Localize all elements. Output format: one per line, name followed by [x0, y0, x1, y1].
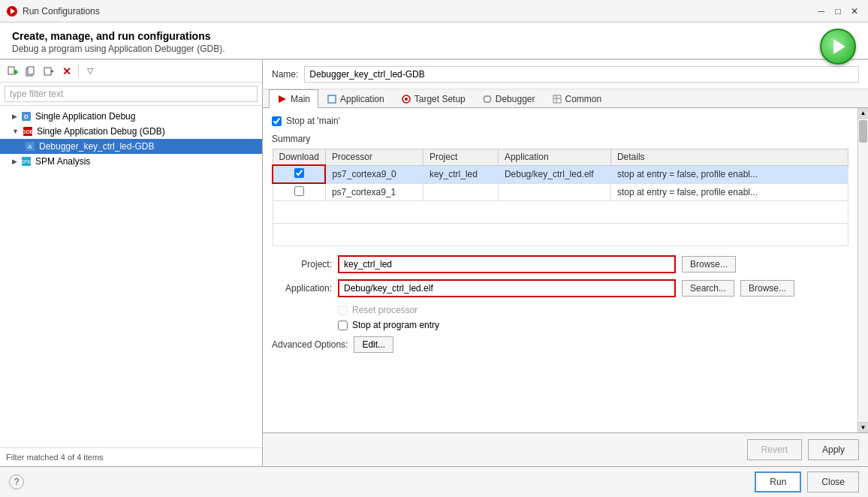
- tab-application[interactable]: Application: [318, 89, 393, 108]
- filter-status: Filter matched 4 of 4 items: [6, 453, 104, 462]
- name-label: Name:: [272, 69, 298, 80]
- table-row-empty2: [273, 224, 848, 246]
- filter-button[interactable]: ▽: [82, 63, 98, 80]
- apply-button[interactable]: Apply: [808, 439, 859, 460]
- filter-input[interactable]: [5, 86, 258, 102]
- debugger-key-label: Debugger_key_ctrl_led-GDB: [39, 141, 154, 152]
- name-input[interactable]: [304, 66, 859, 83]
- tabs-bar: Main Application Target Setup: [263, 89, 868, 108]
- svg-marker-21: [484, 96, 491, 102]
- scroll-down[interactable]: ▼: [858, 422, 868, 432]
- svg-rect-18: [328, 95, 336, 103]
- move-config-button[interactable]: [41, 63, 57, 80]
- single-app-gdb-icon: GDB: [22, 125, 34, 137]
- tab-debugger[interactable]: Debugger: [474, 89, 544, 108]
- tree-expand-icon3: ▶: [12, 158, 17, 165]
- table-row[interactable]: ps7_cortexa9_1 stop at entry = false, pr…: [273, 183, 848, 201]
- left-footer: Filter matched 4 of 4 items: [0, 447, 262, 466]
- close-dialog-button[interactable]: Close: [807, 471, 859, 492]
- window-title: Run Configurations: [23, 6, 814, 17]
- help-button[interactable]: ?: [9, 474, 24, 489]
- svg-rect-22: [553, 95, 561, 103]
- tab-common[interactable]: Common: [544, 89, 610, 108]
- spm-label: SPM Analysis: [35, 156, 90, 167]
- copy-config-button[interactable]: [23, 63, 39, 80]
- row1-application: Debug/key_ctrl_led.elf: [498, 165, 610, 183]
- filter-container: [0, 83, 262, 106]
- row2-application: [498, 183, 610, 201]
- debugger-key-icon: A: [24, 140, 36, 152]
- application-input[interactable]: [338, 279, 676, 297]
- main-content: ✕ ▽ ▶ D Single Application Debug: [0, 60, 868, 466]
- spm-icon: SPM: [20, 155, 32, 167]
- row1-download-checkbox[interactable]: [294, 168, 304, 178]
- tree-item-spm[interactable]: ▶ SPM SPM Analysis: [0, 154, 262, 169]
- maximize-button[interactable]: □: [830, 4, 845, 19]
- row2-download-checkbox[interactable]: [294, 186, 304, 196]
- col-project: Project: [423, 149, 498, 166]
- svg-text:SPM: SPM: [21, 159, 32, 164]
- bottom-bar: Revert Apply: [263, 432, 868, 466]
- stop-at-main-row: Stop at 'main': [272, 116, 848, 126]
- svg-rect-6: [28, 67, 34, 74]
- project-browse-button[interactable]: Browse...: [682, 256, 736, 273]
- svg-rect-2: [8, 67, 14, 74]
- tab-target-setup[interactable]: Target Setup: [393, 89, 474, 108]
- row2-download[interactable]: [273, 183, 325, 201]
- tab-main[interactable]: Main: [269, 89, 318, 108]
- new-config-button[interactable]: [5, 63, 21, 80]
- row1-processor: ps7_cortexa9_0: [325, 165, 423, 183]
- reset-processor-checkbox[interactable]: [338, 306, 348, 315]
- row1-project: key_ctrl_led: [423, 165, 498, 183]
- app-icon: [6, 5, 18, 17]
- advanced-label: Advanced Options:: [272, 339, 348, 350]
- stop-at-main-label: Stop at 'main': [286, 116, 340, 126]
- run-button[interactable]: Run: [755, 471, 801, 492]
- scroll-thumb[interactable]: [859, 120, 867, 143]
- project-input[interactable]: [338, 255, 676, 273]
- tree-item-single-app-gdb[interactable]: ▼ GDB Single Application Debug (GDB): [0, 124, 262, 139]
- application-search-button[interactable]: Search...: [682, 280, 734, 297]
- application-browse-button[interactable]: Browse...: [740, 280, 794, 297]
- tree-item-debugger-key[interactable]: A Debugger_key_ctrl_led-GDB: [0, 139, 262, 154]
- summary-title: Summary: [272, 134, 848, 144]
- stop-at-entry-checkbox[interactable]: [338, 321, 348, 330]
- reset-processor-row: Reset processor: [338, 305, 848, 315]
- single-app-debug-label: Single Application Debug: [35, 111, 135, 122]
- header: Create, manage, and run configurations D…: [0, 23, 868, 59]
- revert-button[interactable]: Revert: [747, 439, 802, 460]
- col-download: Download: [273, 149, 325, 166]
- run-green-button[interactable]: [820, 29, 856, 65]
- scroll-up[interactable]: ▲: [858, 108, 868, 119]
- table-row[interactable]: ps7_cortexa9_0 key_ctrl_led Debug/key_ct…: [273, 165, 848, 183]
- delete-config-button[interactable]: ✕: [59, 63, 75, 80]
- edit-advanced-button[interactable]: Edit...: [354, 336, 393, 353]
- row1-download[interactable]: [273, 165, 325, 183]
- advanced-options-row: Advanced Options: Edit...: [272, 336, 848, 353]
- tree-expand-icon: ▶: [12, 113, 17, 120]
- tab-common-icon: [552, 94, 562, 104]
- stop-at-main-checkbox[interactable]: [272, 116, 282, 126]
- project-label: Project:: [272, 259, 332, 270]
- col-details: Details: [610, 149, 848, 166]
- tab-target-icon: [401, 94, 411, 104]
- left-panel: ✕ ▽ ▶ D Single Application Debug: [0, 60, 263, 466]
- tab-app-label: Application: [340, 94, 384, 104]
- title-bar: Run Configurations ─ □ ✕: [0, 0, 868, 23]
- scroll-track: [858, 119, 868, 422]
- scrollbar-v[interactable]: ▲ ▼: [857, 108, 868, 432]
- minimize-button[interactable]: ─: [814, 4, 829, 19]
- tab-main-label: Main: [291, 94, 310, 104]
- reset-processor-label: Reset processor: [352, 305, 417, 315]
- toolbar: ✕ ▽: [0, 60, 262, 83]
- main-tab-content: Stop at 'main' Summary Download Processo…: [263, 108, 857, 432]
- project-form: Project: Browse... Application: Search..…: [272, 255, 848, 297]
- summary-table: Download Processor Project Application D…: [272, 149, 848, 246]
- table-row-empty: [273, 201, 848, 224]
- svg-rect-7: [44, 68, 51, 75]
- close-button[interactable]: ✕: [847, 4, 862, 19]
- footer-right: Run Close: [755, 471, 859, 492]
- tree-item-single-app-debug[interactable]: ▶ D Single Application Debug: [0, 109, 262, 124]
- row2-processor: ps7_cortexa9_1: [325, 183, 423, 201]
- tab-debugger-label: Debugger: [496, 94, 535, 104]
